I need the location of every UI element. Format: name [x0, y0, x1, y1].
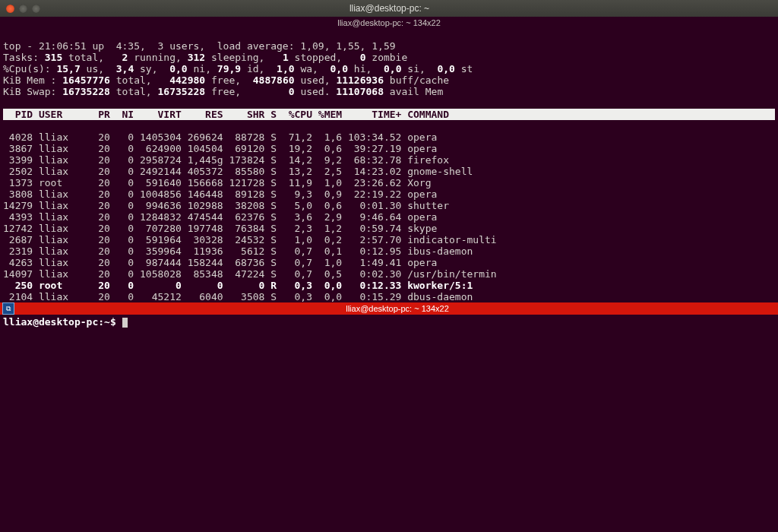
table-row: 2502 lliax 20 0 2492144 405372 85580 S 1… [3, 166, 473, 177]
shell-prompt: lliax@desktop-pc:~$ [3, 316, 122, 328]
table-row: 2687 lliax 20 0 591964 30328 24532 S 1,0… [3, 234, 497, 245]
maximize-icon[interactable] [32, 5, 40, 13]
table-row: 4028 lliax 20 0 1405304 269624 88728 S 7… [3, 131, 437, 143]
table-row: 1373 root 20 0 591640 156668 121728 S 11… [3, 177, 432, 188]
top-cpu-line: %Cpu(s): 15,7 us, 3,4 sy, 0,0 ni, 79,9 i… [3, 63, 473, 74]
table-row: 12742 lliax 20 0 707280 197748 76384 S 2… [3, 223, 437, 234]
terminal-window: lliax@desktop-pc: ~ lliax@desktop-pc: ~ … [0, 0, 778, 532]
table-row: 14097 lliax 20 0 1058028 85348 47224 S 0… [3, 268, 497, 280]
table-row: 3399 lliax 20 0 2958724 1,445g 173824 S … [3, 154, 449, 166]
top-summary-line: top - 21:06:51 up 4:35, 3 users, load av… [3, 40, 396, 52]
cursor-icon [122, 318, 128, 328]
terminal-split-icon[interactable]: ⧉ [2, 302, 14, 315]
terminator-title: lliax@desktop-pc: ~ 134x22 [17, 304, 778, 313]
top-columns-header: PID USER PR NI VIRT RES SHR S %CPU %MEM … [3, 109, 775, 120]
table-row: 3808 lliax 20 0 1004856 146448 89128 S 9… [3, 188, 437, 200]
window-title: lliax@desktop-pc: ~ [46, 3, 732, 14]
minimize-icon[interactable] [19, 5, 27, 13]
table-row: 2104 lliax 20 0 45212 6040 3508 S 0,3 0,… [3, 291, 473, 302]
table-row: 4393 lliax 20 0 1284832 474544 62376 S 3… [3, 211, 437, 223]
top-swap-line: KiB Swap: 16735228 total, 16735228 free,… [3, 86, 443, 97]
close-icon[interactable] [6, 5, 14, 13]
table-row: 4263 lliax 20 0 987444 158244 68736 S 0,… [3, 257, 437, 268]
top-mem-line: KiB Mem : 16457776 total, 442980 free, 4… [3, 74, 449, 86]
window-titlebar[interactable]: lliax@desktop-pc: ~ [0, 0, 778, 17]
top-output[interactable]: top - 21:06:51 up 4:35, 3 users, load av… [0, 28, 778, 302]
table-row: 14279 lliax 20 0 994636 102988 38208 S 5… [3, 200, 449, 211]
top-tasks-line: Tasks: 315 total, 2 running, 312 sleepin… [3, 52, 407, 63]
tab-label[interactable]: lliax@desktop-pc: ~ 134x22 [0, 17, 778, 28]
terminator-active-bar[interactable]: ⧉ lliax@desktop-pc: ~ 134x22 [0, 302, 778, 315]
table-row-highlight: 250 root 20 0 0 0 0 R 0,3 0,0 0:12.33 kw… [3, 280, 473, 291]
shell-pane[interactable]: lliax@desktop-pc:~$ [0, 315, 778, 532]
table-row: 2319 lliax 20 0 359964 11936 5612 S 0,7 … [3, 245, 473, 257]
table-row: 3867 lliax 20 0 624900 104504 69120 S 19… [3, 143, 437, 154]
